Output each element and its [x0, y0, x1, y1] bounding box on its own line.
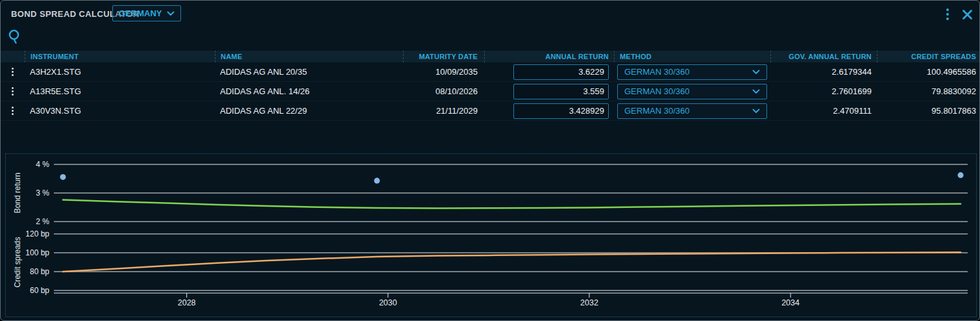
- annual-return-input[interactable]: [513, 84, 609, 99]
- col-header-name: NAME: [215, 51, 403, 62]
- annual-return-input[interactable]: [513, 64, 609, 80]
- row-kebab-icon[interactable]: [10, 66, 16, 78]
- table-row-3-cell: [1, 101, 25, 121]
- method-cell: GERMAN 30/360: [614, 101, 770, 121]
- col-header-gov-annual-return: GOV. ANNUAL RETURN: [770, 51, 877, 62]
- svg-text:60 bp: 60 bp: [30, 286, 49, 295]
- bond-table: INSTRUMENT NAME MATURITY DATE ANNUAL RET…: [1, 51, 980, 121]
- maturity-date-value: 08/10/2026: [403, 82, 484, 101]
- chart-panel: 4 %3 %2 %Bond return120 bp100 bp80 bp60 …: [5, 153, 977, 317]
- col-header-credit-spreads: CREDIT SPREADS: [877, 51, 980, 62]
- gov-annual-return-value: 2.6179344: [770, 62, 877, 82]
- col-header-method: METHOD: [614, 51, 770, 62]
- col-header-maturity-date: MATURITY DATE: [403, 51, 484, 62]
- instrument-value: A3H2X1.STG: [25, 62, 215, 82]
- svg-text:100 bp: 100 bp: [25, 248, 49, 257]
- table-row-2-cell: [1, 82, 25, 101]
- svg-text:4 %: 4 %: [36, 160, 49, 169]
- credit-spreads-value: 79.8830092: [877, 82, 980, 101]
- annual-return-input[interactable]: [513, 103, 609, 119]
- instrument-value: A13R5E.STG: [25, 82, 215, 101]
- maturity-date-value: 21/11/2029: [403, 101, 484, 121]
- gov-annual-return-value: 2.4709111: [770, 101, 877, 121]
- method-select-value: GERMAN 30/360: [624, 106, 689, 116]
- bond-annual-return-points: [374, 178, 380, 184]
- charts-svg: 4 %3 %2 %Bond return120 bp100 bp80 bp60 …: [6, 154, 976, 316]
- name-value: ADIDAS AG ANL. 14/26: [215, 82, 403, 101]
- method-cell: GERMAN 30/360: [614, 82, 770, 101]
- col-header-annual-return: ANNUAL RETURN: [484, 51, 614, 62]
- country-select[interactable]: GERMANY: [112, 5, 181, 21]
- axis-title: Bond return: [13, 173, 22, 214]
- svg-text:2028: 2028: [178, 298, 196, 307]
- method-select-value: GERMAN 30/360: [624, 86, 689, 96]
- bond-annual-return-points: [958, 172, 964, 178]
- chevron-down-icon: [167, 11, 175, 16]
- annual-return-cell: [484, 62, 614, 82]
- search-icon[interactable]: [7, 29, 22, 47]
- method-select[interactable]: GERMAN 30/360: [617, 84, 767, 99]
- svg-text:120 bp: 120 bp: [25, 229, 49, 238]
- axis-title: Credit spreads: [13, 237, 22, 287]
- bond-annual-return-points: [60, 174, 66, 180]
- bond-spread-calculator-window: BOND SPREAD CALCULATOR GERMANY INSTRUMEN…: [0, 0, 980, 321]
- credit-spread-curve: [63, 252, 961, 272]
- country-select-value: GERMANY: [119, 8, 162, 18]
- svg-text:2034: 2034: [781, 298, 800, 307]
- annual-return-cell: [484, 101, 614, 121]
- svg-text:2032: 2032: [580, 298, 598, 307]
- chevron-down-icon: [752, 70, 760, 75]
- name-value: ADIDAS AG ANL 22/29: [215, 101, 403, 121]
- table-row-1-cell: [1, 62, 25, 82]
- credit-spreads-value: 100.4965586: [877, 62, 980, 82]
- svg-text:3 %: 3 %: [36, 188, 49, 198]
- kebab-menu-icon[interactable]: [944, 7, 951, 21]
- method-cell: GERMAN 30/360: [614, 62, 770, 82]
- method-select[interactable]: GERMAN 30/360: [617, 64, 767, 80]
- close-icon[interactable]: [962, 9, 973, 20]
- chevron-down-icon: [752, 89, 760, 94]
- government-yield-curve: [63, 200, 961, 209]
- chevron-down-icon: [752, 109, 760, 114]
- col-header-instrument: INSTRUMENT: [25, 51, 215, 62]
- maturity-date-value: 10/09/2035: [403, 62, 484, 82]
- svg-text:2030: 2030: [379, 298, 397, 307]
- row-kebab-icon[interactable]: [10, 85, 16, 97]
- gov-annual-return-value: 2.7601699: [770, 82, 877, 101]
- row-kebab-icon[interactable]: [10, 105, 16, 117]
- method-select[interactable]: GERMAN 30/360: [617, 103, 767, 119]
- svg-text:2 %: 2 %: [36, 217, 49, 226]
- col-header-rowmenu: [1, 51, 25, 62]
- instrument-value: A30V3N.STG: [25, 101, 215, 121]
- annual-return-cell: [484, 82, 614, 101]
- svg-text:80 bp: 80 bp: [30, 267, 49, 276]
- method-select-value: GERMAN 30/360: [624, 67, 689, 77]
- credit-spreads-value: 95.8017863: [877, 101, 980, 121]
- name-value: ADIDAS AG ANL 20/35: [215, 62, 403, 82]
